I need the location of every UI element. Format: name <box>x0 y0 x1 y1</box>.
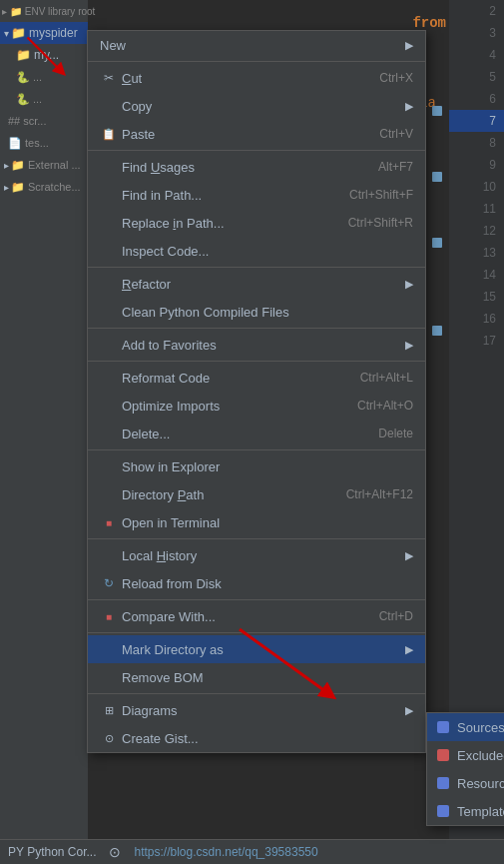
sidebar-item-external[interactable]: ▸ 📁 External ... <box>0 154 88 176</box>
submenu-resource-root-label: Resource Root <box>457 776 504 791</box>
menu-create-gist-label: Create Gist... <box>122 731 413 746</box>
separator-6 <box>88 449 425 450</box>
menu-item-local-history[interactable]: Local History ▶ <box>88 541 425 569</box>
menu-item-optimize[interactable]: Optimize Imports Ctrl+Alt+O <box>88 392 425 420</box>
sidebar-label-my: my... <box>34 48 59 62</box>
sidebar-label-py2: ... <box>33 93 42 105</box>
sidebar-label-ext: External ... <box>28 159 81 171</box>
line-16: 16 <box>449 308 504 330</box>
line-15: 15 <box>449 286 504 308</box>
menu-item-new[interactable]: New ▶ <box>88 31 425 59</box>
menu-item-reformat[interactable]: Reformat Code Ctrl+Alt+L <box>88 364 425 392</box>
submenu-item-sources-root[interactable]: Sources Root <box>427 713 504 741</box>
menu-reformat-label: Reformat Code <box>122 371 340 386</box>
menu-optimize-shortcut: Ctrl+Alt+O <box>357 399 413 413</box>
menu-item-favorites[interactable]: Add to Favorites ▶ <box>88 331 425 359</box>
sidebar-item-env-label: ENV library root <box>25 6 96 17</box>
menu-item-inspect[interactable]: Inspect Code... <box>88 237 425 265</box>
github-status: ⊙ <box>109 844 121 860</box>
line-8: 8 <box>449 132 504 154</box>
menu-delete-shortcut: Delete <box>378 427 413 440</box>
menu-item-copy[interactable]: Copy ▶ <box>88 92 425 120</box>
menu-new-label: New <box>100 38 400 53</box>
menu-mark-dir-arrow: ▶ <box>405 643 413 656</box>
line-6: 6 <box>449 88 504 110</box>
menu-item-find-path[interactable]: Find in Path... Ctrl+Shift+F <box>88 181 425 209</box>
menu-replace-path-label: Replace in Path... <box>122 216 328 231</box>
sidebar-item-py1[interactable]: 🐍 ... <box>0 66 88 88</box>
menu-new-arrow: ▶ <box>405 39 413 52</box>
menu-item-paste[interactable]: 📋 Paste Ctrl+V <box>88 120 425 148</box>
sidebar-item-scr[interactable]: ## scr... <box>0 110 88 132</box>
line-9: 9 <box>449 154 504 176</box>
menu-inspect-label: Inspect Code... <box>122 244 413 259</box>
line-10: 10 <box>449 176 504 198</box>
menu-item-dir-path[interactable]: Directory Path Ctrl+Alt+F12 <box>88 480 425 508</box>
menu-cut-label: Cut <box>122 71 359 86</box>
sidebar: ▸ 📁 ENV library root ▾ 📁 myspider 📁 my..… <box>0 0 88 864</box>
svg-line-1 <box>240 629 329 694</box>
compare-icon: ■ <box>100 611 118 622</box>
sidebar-item-env[interactable]: ▸ 📁 ENV library root <box>0 0 88 22</box>
expand-icon-sc: ▸ <box>4 182 9 193</box>
menu-item-create-gist[interactable]: ⊙ Create Gist... <box>88 724 425 752</box>
red-arrow-bottom <box>230 619 349 709</box>
menu-item-clean-python[interactable]: Clean Python Compiled Files <box>88 298 425 326</box>
menu-item-refactor[interactable]: Refactor ▶ <box>88 270 425 298</box>
line-17: 17 <box>449 330 504 352</box>
status-url: https://blog.csdn.net/qq_39583550 <box>135 845 318 859</box>
submenu-item-resource-root[interactable]: Resource Root <box>427 769 504 797</box>
sidebar-item-scratch[interactable]: ▸ 📁 Scratche... <box>0 176 88 198</box>
menu-favorites-label: Add to Favorites <box>122 338 400 353</box>
menu-refactor-label: Refactor <box>122 277 400 292</box>
menu-delete-label: Delete... <box>122 427 358 441</box>
folder-icon: ▸ 📁 <box>2 6 22 17</box>
sidebar-item-myspider[interactable]: ▾ 📁 myspider <box>0 22 88 44</box>
cut-icon: ✂ <box>100 71 118 85</box>
menu-find-usages-shortcut: Alt+F7 <box>378 160 413 174</box>
line-2: 2 <box>449 0 504 22</box>
menu-item-delete[interactable]: Delete... Delete <box>88 420 425 447</box>
separator-1 <box>88 61 425 62</box>
separator-2 <box>88 150 425 151</box>
gist-icon: ⊙ <box>100 732 118 745</box>
separator-4 <box>88 328 425 329</box>
menu-favorites-arrow: ▶ <box>405 339 413 352</box>
menu-replace-path-shortcut: Ctrl+Shift+R <box>348 216 413 230</box>
menu-item-find-usages[interactable]: Find Usages Alt+F7 <box>88 153 425 181</box>
sidebar-item-my[interactable]: 📁 my... <box>0 44 88 66</box>
submenu-item-template-folder[interactable]: Template Folder <box>427 797 504 825</box>
sidebar-item-py2[interactable]: 🐍 ... <box>0 88 88 110</box>
line-14: 14 <box>449 264 504 286</box>
editor-decorator-4 <box>432 326 442 336</box>
python-status[interactable]: PY Python Cor... <box>8 845 97 859</box>
separator-5 <box>88 361 425 362</box>
editor-decorator-2 <box>432 172 442 182</box>
terminal-icon: ■ <box>100 517 118 528</box>
line-3: 3 <box>449 22 504 44</box>
line-12: 12 <box>449 220 504 242</box>
sidebar-label-py1: ... <box>33 71 42 83</box>
menu-refactor-arrow: ▶ <box>405 278 413 291</box>
submenu-item-excluded[interactable]: Excluded <box>427 741 504 769</box>
line-13: 13 <box>449 242 504 264</box>
menu-item-reload[interactable]: ↻ Reload from Disk <box>88 569 425 597</box>
sidebar-item-tes[interactable]: 📄 tes... <box>0 132 88 154</box>
menu-paste-shortcut: Ctrl+V <box>379 127 413 141</box>
status-bar: PY Python Cor... ⊙ https://blog.csdn.net… <box>0 839 504 864</box>
resource-root-dot <box>437 777 449 789</box>
menu-optimize-label: Optimize Imports <box>122 399 337 414</box>
separator-3 <box>88 267 425 268</box>
file-icon-scr: ## <box>8 115 20 127</box>
menu-diagrams-arrow: ▶ <box>405 704 413 717</box>
folder-icon-my: 📁 <box>16 48 31 62</box>
menu-item-show-explorer[interactable]: Show in Explorer <box>88 452 425 480</box>
diagrams-icon: ⊞ <box>100 704 118 717</box>
template-folder-dot <box>437 805 449 817</box>
menu-item-terminal[interactable]: ■ Open in Terminal <box>88 508 425 536</box>
menu-dir-path-label: Directory Path <box>122 487 326 502</box>
menu-item-replace-path[interactable]: Replace in Path... Ctrl+Shift+R <box>88 209 425 237</box>
menu-reload-label: Reload from Disk <box>122 576 413 591</box>
menu-item-cut[interactable]: ✂ Cut Ctrl+X <box>88 64 425 92</box>
expand-icon: ▾ <box>4 28 9 39</box>
